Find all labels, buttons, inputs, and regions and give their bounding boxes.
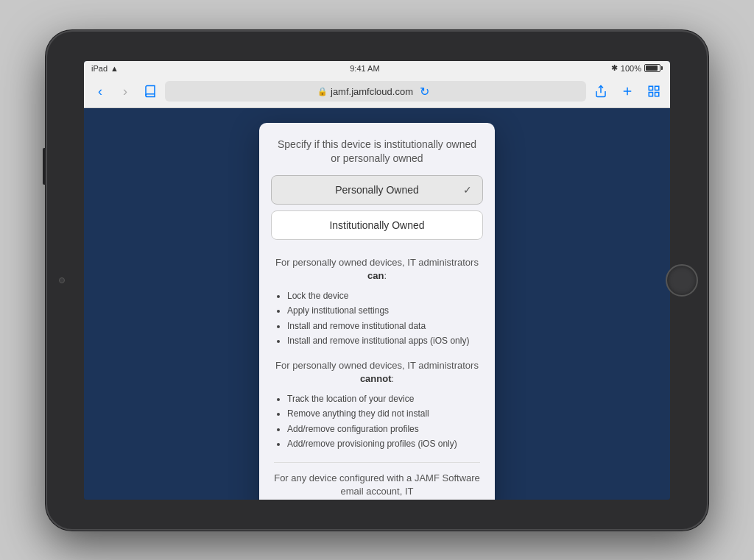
bluetooth-icon: ✱ <box>611 63 618 73</box>
back-button[interactable]: ‹ <box>90 81 110 102</box>
safari-toolbar: ‹ › 🔒 jamf.jamfcloud.com ↻ <box>84 76 670 108</box>
svg-rect-6 <box>649 93 652 96</box>
status-bar: iPad ▲ 9:41 AM ✱ 100% <box>84 61 670 76</box>
lock-icon: 🔒 <box>317 87 328 96</box>
modal-body: For personally owned devices, IT adminis… <box>259 249 495 500</box>
url-text: jamf.jamfcloud.com <box>331 86 413 97</box>
list-item: Track the location of your device <box>287 391 480 406</box>
can-section-title: For personally owned devices, IT adminis… <box>274 256 480 283</box>
status-bar-left: iPad ▲ <box>91 64 119 73</box>
web-content: Specify if this device is institutionall… <box>84 108 670 500</box>
forward-button[interactable]: › <box>115 81 135 102</box>
cannot-section: For personally owned devices, IT adminis… <box>274 359 480 452</box>
institutionally-owned-button[interactable]: Institutionally Owned <box>271 210 483 240</box>
status-time: 9:41 AM <box>350 64 379 73</box>
institutionally-owned-label: Institutionally Owned <box>329 219 424 231</box>
cannot-list: Track the location of your device Remove… <box>274 391 480 452</box>
tabs-button[interactable] <box>644 81 664 102</box>
wifi-icon: ▲ <box>110 64 119 73</box>
device-label: iPad <box>91 64 108 73</box>
svg-rect-3 <box>649 86 652 90</box>
personally-owned-button[interactable]: Personally Owned ✓ <box>271 175 483 205</box>
safari-actions <box>591 81 664 102</box>
cannot-section-title: For personally owned devices, IT adminis… <box>274 359 480 386</box>
list-item: Add/remove provisioning profiles (iOS on… <box>287 436 480 451</box>
battery-percent: 100% <box>621 64 641 73</box>
ipad-device: iPad ▲ 9:41 AM ✱ 100% ‹ › <box>46 30 708 531</box>
can-list: Lock the device Apply institutional sett… <box>274 288 480 349</box>
list-item: Lock the device <box>287 288 480 303</box>
camera-icon <box>59 277 65 283</box>
list-item: Remove anything they did not install <box>287 406 480 421</box>
list-item: Install and remove institutional data <box>287 319 480 333</box>
home-button[interactable] <box>666 264 698 297</box>
list-item: Apply institutional settings <box>287 303 480 318</box>
bookmarks-button[interactable] <box>140 81 161 102</box>
can-section: For personally owned devices, IT adminis… <box>274 256 480 349</box>
list-item: Add/remove configuration profiles <box>287 422 480 436</box>
status-bar-right: ✱ 100% <box>611 63 663 73</box>
list-item: Install and remove institutional apps (i… <box>287 333 480 348</box>
option-buttons: Personally Owned ✓ Institutionally Owned <box>259 175 495 249</box>
svg-rect-5 <box>655 93 659 96</box>
modal-header: Specify if this device is institutionall… <box>259 123 495 175</box>
share-button[interactable] <box>591 81 611 102</box>
url-bar[interactable]: 🔒 jamf.jamfcloud.com ↻ <box>165 81 586 102</box>
check-icon: ✓ <box>463 184 472 196</box>
ipad-screen: iPad ▲ 9:41 AM ✱ 100% ‹ › <box>84 61 670 500</box>
reload-button[interactable]: ↻ <box>416 82 434 100</box>
footer-note: For any device configured with a JAMF So… <box>274 462 480 498</box>
svg-rect-4 <box>655 86 659 90</box>
modal-header-text: Specify if this device is institutionall… <box>274 138 480 166</box>
personally-owned-label: Personally Owned <box>335 184 419 196</box>
battery-icon <box>644 64 663 72</box>
footer-text: For any device configured with a JAMF So… <box>274 472 480 498</box>
ownership-modal: Specify if this device is institutionall… <box>259 123 495 500</box>
new-tab-button[interactable] <box>617 81 638 102</box>
